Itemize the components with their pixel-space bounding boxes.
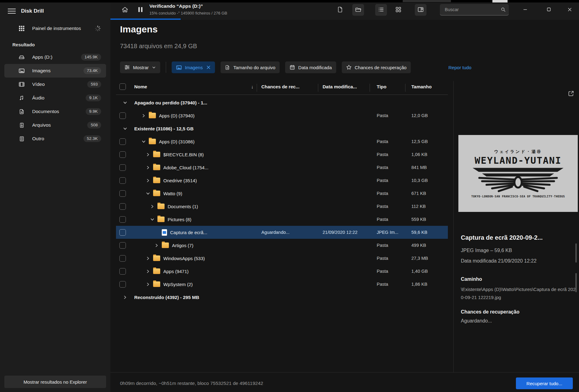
chevron-right-icon[interactable] <box>145 255 151 261</box>
home-button[interactable] <box>119 4 131 16</box>
sidebar-item-label: Áudio <box>32 95 45 101</box>
folder-row[interactable]: WpSystem (2)Pasta1,86 KB <box>116 278 448 291</box>
group-row[interactable]: Apagado ou perdido (37940) - 1... <box>116 96 448 109</box>
item-count-badge: 9.1K <box>86 95 101 101</box>
group-row[interactable]: Reconstruído (4392) - 295 MB <box>116 291 448 304</box>
close-button[interactable] <box>563 4 576 16</box>
sidebar-item-documentos[interactable]: Documentos9.9K <box>4 105 106 118</box>
folder-row[interactable]: Watto (9)Pasta671 KB <box>116 187 448 200</box>
folder-row[interactable]: Apps (D) (31086)Pasta12,5 GB <box>116 135 448 148</box>
row-checkbox[interactable] <box>119 203 126 210</box>
folder-row[interactable]: WindowsApps (533)Pasta27,3 MB <box>116 252 448 265</box>
sidebar-item--udio[interactable]: Áudio9.1K <box>4 91 106 105</box>
active-filter-chip-imagens[interactable]: Imagens <box>172 61 215 73</box>
view-list-button[interactable] <box>375 4 387 16</box>
chevron-right-icon[interactable] <box>145 165 151 170</box>
chevron-down-icon[interactable] <box>141 139 146 144</box>
folder-row[interactable]: Pictures (8)Pasta559 KB <box>116 213 448 226</box>
sidebar-item-outro[interactable]: Outro52.3K <box>4 132 106 145</box>
sidebar-item-dashboard[interactable]: Painel de instrumentos <box>4 22 106 35</box>
remove-filter-icon[interactable] <box>206 65 211 70</box>
recover-all-button[interactable]: Recuperar tudo... <box>516 377 573 389</box>
folder-row[interactable]: Onedrive (3514)Pasta10,3 GB <box>116 174 448 187</box>
row-checkbox[interactable] <box>119 281 126 288</box>
chevron-down-icon[interactable] <box>122 126 128 131</box>
folder-row[interactable]: Adobe_Cloud (1754...Pasta841 MB <box>116 161 448 174</box>
show-filter-button[interactable]: Mostrar <box>120 61 160 73</box>
sidebar-item-apps-d-[interactable]: Apps (D:)145.9K <box>4 50 106 64</box>
row-checkbox[interactable] <box>119 164 126 171</box>
size-cell: 841 MB <box>411 161 427 174</box>
tree-indent <box>126 167 145 168</box>
row-checkbox[interactable] <box>119 151 126 158</box>
column-nome[interactable]: Nome <box>134 84 147 89</box>
row-checkbox[interactable] <box>119 216 126 223</box>
file-name: Apps (D) (31086) <box>159 139 195 144</box>
row-checkbox[interactable] <box>119 190 126 197</box>
chevron-right-icon[interactable] <box>145 152 151 157</box>
column-chances[interactable]: Chances de rec... <box>261 84 299 89</box>
toggle-preview-panel-button[interactable] <box>415 4 427 16</box>
column-tipo[interactable]: Tipo <box>377 84 386 89</box>
sidebar-item-v-deo[interactable]: Vídeo593 <box>4 78 106 91</box>
group-row[interactable]: Existente (31086) - 12,5 GB <box>116 122 448 135</box>
select-all-checkbox[interactable] <box>119 83 126 90</box>
dashboard-grid-icon <box>18 25 25 32</box>
hamburger-menu-icon[interactable] <box>6 6 18 16</box>
search-input[interactable] <box>444 7 499 12</box>
filter-chip-tamanho-do-arquivo[interactable]: Tamanho do arquivo <box>221 61 280 73</box>
row-checkbox[interactable] <box>119 138 126 145</box>
chevron-right-icon[interactable] <box>145 178 151 183</box>
row-checkbox[interactable] <box>119 255 126 262</box>
item-count-badge: 145.9K <box>81 54 101 61</box>
view-grid-button[interactable] <box>392 4 404 16</box>
filter-chip-chances-de-recupera-o[interactable]: Chances de recuperação <box>342 61 411 73</box>
row-checkbox[interactable] <box>119 268 126 275</box>
row-checkbox[interactable] <box>119 229 126 236</box>
column-tamanho[interactable]: Tamanho <box>411 84 432 89</box>
sort-descending-icon[interactable]: ↓ <box>251 84 254 89</box>
sidebar-item-arquivos[interactable]: Arquivos508 <box>4 118 106 132</box>
tree-indent <box>126 193 145 194</box>
size-cell: 112 KB <box>411 200 426 213</box>
sidebar-item-label: Apps (D:) <box>32 54 52 60</box>
file-name: WindowsApps (533) <box>163 256 205 261</box>
show-in-explorer-button[interactable]: Mostrar resultados no Explorer <box>4 376 106 388</box>
folder-row[interactable]: Apps (9471)Pasta1,40 GB <box>116 265 448 278</box>
chevron-down-icon[interactable] <box>122 100 128 105</box>
file-row[interactable]: Captura de ecrã...Aguardando...21/09/202… <box>116 226 448 239</box>
sidebar-item-imagens[interactable]: Imagens73.4K <box>4 64 106 78</box>
background-window-sliver <box>403 0 451 2</box>
row-checkbox[interactable] <box>119 112 126 119</box>
minimize-button[interactable] <box>519 4 532 16</box>
preview-popout-button[interactable] <box>566 89 576 99</box>
tree-indent <box>126 219 149 220</box>
column-separator <box>405 84 405 92</box>
maximize-button[interactable] <box>542 4 555 16</box>
pause-scan-button[interactable] <box>135 4 146 16</box>
file-name: Watto (9) <box>163 191 182 196</box>
chevron-right-icon[interactable] <box>145 268 151 274</box>
chevron-down-icon[interactable] <box>149 217 155 222</box>
open-folder-button[interactable] <box>352 4 364 16</box>
chevron-right-icon[interactable] <box>154 242 159 248</box>
chevron-right-icon[interactable] <box>149 204 155 209</box>
row-checkbox[interactable] <box>119 177 126 184</box>
row-checkbox[interactable] <box>119 242 126 249</box>
chevron-right-icon[interactable] <box>145 281 151 287</box>
preview-scrollbar[interactable] <box>575 243 577 296</box>
type-cell: Pasta <box>377 174 388 187</box>
folder-row[interactable]: $RECYCLE.BIN (8)Pasta1,06 KB <box>116 148 448 161</box>
chevron-right-icon[interactable] <box>141 113 146 118</box>
size-cell: 499 KB <box>411 239 426 252</box>
chevron-down-icon[interactable] <box>145 191 151 196</box>
column-data[interactable]: Data modifica... <box>323 84 357 89</box>
folder-row[interactable]: Artigos (7)Pasta499 KB <box>116 239 448 252</box>
folder-row[interactable]: Documents (1)Pasta112 KB <box>116 200 448 213</box>
reset-filters-link[interactable]: Repor tudo <box>447 61 473 73</box>
file-preview-button[interactable] <box>334 4 346 16</box>
chevron-right-icon[interactable] <box>122 294 128 300</box>
folder-row[interactable]: Apps (D) (37940)Pasta12,0 GB <box>116 109 448 122</box>
filter-chip-data-modificada[interactable]: Data modificada <box>285 61 336 73</box>
file-name: Apps (D) (37940) <box>159 113 195 118</box>
